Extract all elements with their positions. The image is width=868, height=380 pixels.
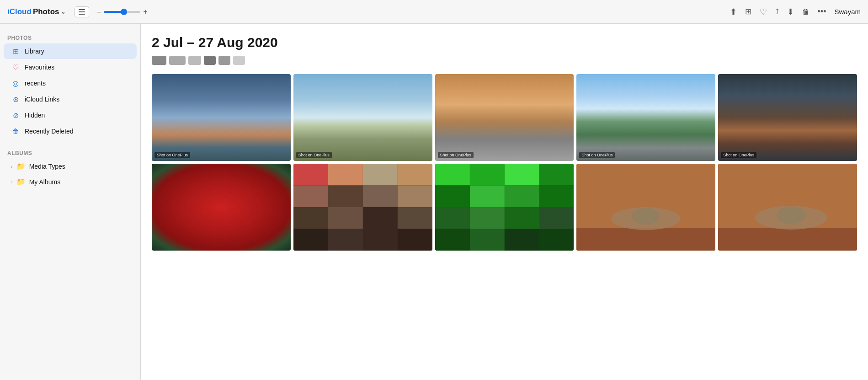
sidebar-my-albums-label: My Albums [29, 178, 60, 186]
sidebar-item-hidden[interactable]: ⊘ Hidden [4, 107, 137, 123]
photo-grid-row-1: Shot on OnePlus Shot on OnePlus Shot on … [152, 74, 857, 161]
heart-icon[interactable]: ♡ [760, 7, 767, 17]
svg-rect-17 [470, 164, 505, 186]
toolbar: iCloud Photos ⌄ – + ⬆︎ ⊞ ♡ ⤴ ⬇︎ 🗑 ••• Sw… [0, 0, 868, 24]
sidebar-toggle-button[interactable] [75, 6, 89, 17]
svg-rect-9 [328, 207, 363, 229]
svg-rect-26 [504, 207, 539, 229]
svg-rect-6 [363, 186, 398, 208]
svg-rect-23 [539, 186, 574, 208]
sidebar-hidden-label: Hidden [25, 112, 45, 119]
photo-badge-text-5: Shot on OnePlus [723, 153, 754, 157]
filter-chip-2[interactable] [169, 56, 186, 65]
library-icon: ⊞ [11, 47, 20, 56]
app-title-icloud: iCloud [7, 7, 32, 16]
albums-section-label: Albums [0, 146, 140, 158]
app-title-dropdown-icon[interactable]: ⌄ [61, 9, 65, 15]
photo-badge-4: Shot on OnePlus [579, 152, 615, 158]
sidebar-item-recently-deleted[interactable]: 🗑 Recently Deleted [4, 123, 137, 139]
svg-rect-33 [576, 228, 715, 251]
svg-rect-20 [435, 186, 470, 208]
svg-rect-25 [470, 207, 505, 229]
sidebar-item-my-albums[interactable]: › 📁 My Albums [4, 174, 137, 189]
heart-sidebar-icon: ♡ [11, 63, 20, 72]
filter-bar [152, 56, 857, 65]
filter-chip-6[interactable] [233, 56, 245, 65]
svg-point-35 [632, 208, 660, 225]
sidebar-item-icloud-links[interactable]: ⊛ iCloud Links [4, 91, 137, 107]
photo-badge-2: Shot on OnePlus [296, 152, 332, 158]
app-title: iCloud Photos ⌄ [7, 7, 65, 16]
svg-rect-3 [398, 164, 432, 186]
more-icon[interactable]: ••• [818, 7, 826, 16]
photo-badge-text-4: Shot on OnePlus [581, 153, 612, 157]
photo-badge-3: Shot on OnePlus [438, 152, 474, 158]
filter-chip-1[interactable] [152, 56, 166, 65]
sidebar-recents-label: recents [25, 80, 46, 87]
recents-icon: ◎ [11, 79, 20, 88]
photo-airplane-wing[interactable]: Shot on OnePlus [435, 74, 574, 161]
svg-rect-28 [435, 229, 470, 251]
app-title-photos: Photos [33, 7, 59, 16]
svg-rect-4 [293, 186, 328, 208]
share-icon[interactable]: ⤴ [775, 8, 779, 16]
content-area: 2 Jul – 27 Aug 2020 Shot on OnePlus Shot… [141, 24, 868, 380]
sidebar-toggle-icon [79, 9, 85, 15]
date-header: 2 Jul – 27 Aug 2020 [152, 35, 857, 50]
svg-rect-29 [470, 229, 505, 251]
toolbar-left: iCloud Photos ⌄ – + [7, 6, 725, 17]
svg-rect-14 [363, 229, 398, 251]
layers-icon[interactable]: ⊞ [745, 7, 751, 16]
main-layout: Photos ⊞ Library ♡ Favourites ◎ recents … [0, 24, 868, 380]
svg-rect-2 [363, 164, 398, 186]
sidebar-item-favourites[interactable]: ♡ Favourites [4, 59, 137, 75]
sidebar-item-library[interactable]: ⊞ Library [4, 43, 137, 59]
svg-rect-12 [293, 229, 328, 251]
hidden-icon: ⊘ [11, 111, 20, 120]
svg-rect-27 [539, 207, 574, 229]
svg-rect-10 [363, 207, 398, 229]
photo-cat-1[interactable] [576, 164, 715, 251]
zoom-minus-button[interactable]: – [97, 8, 101, 16]
zoom-plus-button[interactable]: + [143, 8, 147, 16]
photo-sunset-water[interactable]: Shot on OnePlus [718, 74, 857, 161]
icloud-links-icon: ⊛ [11, 95, 20, 104]
svg-rect-15 [398, 229, 432, 251]
sidebar-favourites-label: Favourites [25, 64, 54, 71]
svg-rect-22 [504, 186, 539, 208]
media-types-folder-icon: 📁 [16, 162, 26, 171]
sidebar-item-media-types[interactable]: › 📁 Media Types [4, 159, 137, 174]
photo-grid-row-2 [152, 164, 857, 251]
toolbar-right: ⬆︎ ⊞ ♡ ⤴ ⬇︎ 🗑 ••• Swayam [730, 7, 861, 17]
svg-rect-31 [539, 229, 574, 251]
svg-rect-16 [435, 164, 470, 186]
photo-badge-5: Shot on OnePlus [721, 152, 756, 158]
filter-chip-5[interactable] [218, 56, 230, 65]
svg-point-39 [777, 207, 806, 224]
svg-rect-30 [504, 229, 539, 251]
sidebar-recently-deleted-label: Recently Deleted [25, 128, 74, 135]
upload-icon[interactable]: ⬆︎ [730, 7, 737, 17]
user-name[interactable]: Swayam [834, 8, 861, 16]
photo-red-rose[interactable] [152, 164, 291, 251]
svg-rect-24 [435, 207, 470, 229]
download-icon[interactable]: ⬇︎ [787, 7, 794, 17]
my-albums-chevron-icon: › [11, 179, 13, 185]
trash-icon[interactable]: 🗑 [802, 8, 809, 16]
my-albums-folder-icon: 📁 [16, 177, 26, 186]
photo-mountain-road[interactable]: Shot on OnePlus [576, 74, 715, 161]
sidebar-item-recents[interactable]: ◎ recents [4, 75, 137, 91]
photo-cat-2[interactable] [718, 164, 857, 251]
filter-chip-4[interactable] [204, 56, 216, 65]
photo-pixelated-green[interactable] [435, 164, 574, 251]
photos-section-label: Photos [0, 31, 140, 43]
svg-rect-37 [718, 228, 857, 251]
svg-rect-11 [398, 207, 432, 229]
photo-pixelated-dark[interactable] [293, 164, 432, 251]
photo-mountain-city[interactable]: Shot on OnePlus [293, 74, 432, 161]
sidebar-icloud-links-label: iCloud Links [25, 96, 59, 103]
photo-sky-sunset[interactable]: Shot on OnePlus [152, 74, 291, 161]
zoom-slider[interactable] [104, 11, 140, 13]
media-types-chevron-icon: › [11, 164, 13, 169]
filter-chip-3[interactable] [188, 56, 201, 65]
